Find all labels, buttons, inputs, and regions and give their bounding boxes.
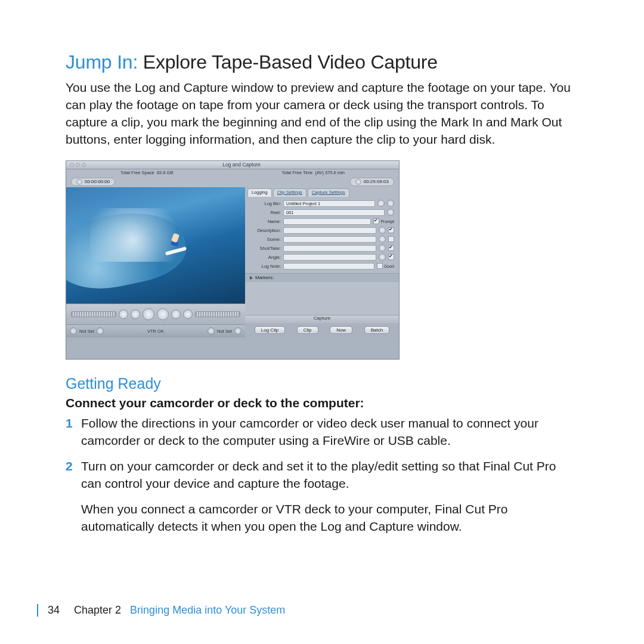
description-checkbox[interactable] (388, 227, 394, 233)
slate-icon[interactable] (379, 227, 386, 234)
slate-icon[interactable] (379, 236, 386, 243)
free-space-label: Total Free Space (120, 170, 154, 175)
tab-clip-settings[interactable]: Clip Settings (273, 188, 306, 197)
log-clip-button[interactable]: Log Clip (255, 326, 285, 334)
mark-in-button[interactable] (97, 327, 104, 335)
panel-empty-space (245, 282, 399, 315)
timecode-in[interactable]: 00:00:00:00 (71, 178, 115, 186)
getting-ready-heading: Getting Ready (66, 375, 578, 392)
info-row: Total Free Space 83.8 GB Total Free Time… (66, 169, 399, 177)
step-item: 1Follow the directions in your camcorder… (66, 415, 578, 450)
vtr-status: VTR OK (147, 329, 164, 334)
after-steps-paragraph: When you connect a camcorder or VTR deck… (66, 501, 578, 535)
mark-row: Not Set VTR OK Not Set (66, 324, 245, 338)
name-label: Name: (250, 219, 281, 224)
angle-checkbox[interactable] (388, 254, 394, 260)
capture-now-button[interactable]: Now (330, 326, 352, 334)
timecode-out[interactable]: 00:29:09:03 (350, 178, 394, 186)
prompt-checkbox[interactable] (373, 218, 379, 224)
step-text: Follow the directions in your camcorder … (81, 416, 538, 447)
intro-paragraph: You use the Log and Capture window to pr… (66, 79, 578, 148)
lognote-label: Log Note: (250, 264, 281, 269)
go-to-out-button[interactable] (234, 327, 242, 335)
heading-rest: Explore Tape-Based Video Capture (138, 51, 438, 73)
shottake-field[interactable] (283, 245, 376, 252)
minimize-icon[interactable] (76, 163, 80, 167)
panel-tabs: Logging Clip Settings Capture Settings (245, 187, 399, 197)
stop-button[interactable] (143, 308, 154, 320)
scene-label: Scene: (250, 237, 281, 242)
free-time-value: (AV) 375.6 min (315, 170, 344, 175)
rewind-button[interactable] (119, 309, 128, 319)
fast-forward-button[interactable] (183, 309, 193, 319)
slate-icon[interactable] (379, 253, 386, 261)
step-text: Turn on your camcorder or deck and set i… (81, 459, 556, 490)
step-number: 2 (66, 458, 73, 475)
angle-field[interactable] (283, 254, 376, 261)
markers-label: Markers: (255, 275, 274, 280)
heading-jump: Jump In: (66, 51, 138, 73)
log-bin-field[interactable]: Untitled Project 1 (283, 200, 375, 207)
zoom-icon[interactable] (82, 163, 86, 167)
video-preview (66, 187, 245, 304)
tab-logging[interactable]: Logging (247, 188, 272, 197)
window-titlebar: Log and Capture (66, 161, 399, 169)
good-checkbox[interactable] (377, 263, 383, 269)
connect-subheading: Connect your camcorder or deck to the co… (66, 396, 578, 410)
slate-icon[interactable] (379, 244, 386, 252)
page-number: 34 (48, 604, 60, 617)
step-back-button[interactable] (131, 309, 140, 319)
window-title: Log and Capture (88, 162, 395, 168)
capture-batch-button[interactable]: Batch (364, 326, 389, 334)
capture-header: Capture (245, 315, 399, 323)
go-to-in-button[interactable] (70, 327, 77, 335)
tc-out-value: 00:29:09:03 (364, 179, 389, 184)
shottake-label: Shot/Take: (250, 246, 281, 251)
logging-form: Log Bin:Untitled Project 1 Reel:001 Name… (245, 197, 399, 273)
angle-label: Angle: (250, 255, 281, 260)
lognote-field[interactable] (283, 263, 374, 270)
shuttle-slider[interactable] (71, 311, 116, 317)
reel-label: Reel: (250, 210, 281, 215)
shottake-checkbox[interactable] (388, 245, 394, 251)
scene-checkbox[interactable] (388, 236, 394, 242)
jog-wheel-icon[interactable] (76, 179, 82, 185)
markers-header[interactable]: Markers: (245, 273, 399, 282)
page-footer: 34 Chapter 2 Bringing Media into Your Sy… (37, 604, 285, 617)
close-icon[interactable] (70, 163, 74, 167)
tab-capture-settings[interactable]: Capture Settings (308, 188, 349, 197)
free-space-value: 83.8 GB (157, 170, 174, 175)
description-field[interactable] (283, 227, 376, 234)
logging-panel: Logging Clip Settings Capture Settings L… (245, 187, 399, 338)
scene-field[interactable] (283, 236, 376, 243)
free-time-label: Total Free Time (282, 170, 313, 175)
name-field[interactable] (283, 218, 371, 225)
mark-out-button[interactable] (208, 327, 215, 335)
jog-slider[interactable] (195, 311, 240, 317)
in-point-value: Not Set (79, 329, 94, 334)
slate-icon[interactable] (387, 209, 394, 216)
step-number: 1 (66, 415, 73, 432)
tc-in-value: 00:00:00:00 (85, 179, 110, 184)
out-point-value: Not Set (217, 329, 232, 334)
jog-wheel-icon[interactable] (355, 179, 361, 185)
disclosure-triangle-icon[interactable] (250, 276, 253, 280)
log-and-capture-window: Log and Capture Total Free Space 83.8 GB… (66, 160, 400, 360)
transport-controls (66, 304, 245, 324)
good-label: Good (384, 264, 394, 268)
chapter-title: Bringing Media into Your System (130, 604, 285, 616)
play-button[interactable] (157, 308, 169, 320)
capture-clip-button[interactable]: Clip (297, 326, 318, 334)
timecode-row: 00:00:00:00 00:29:09:03 (66, 177, 399, 187)
preview-pane: Not Set VTR OK Not Set (66, 187, 245, 338)
reel-field[interactable]: 001 (283, 209, 385, 216)
capture-buttons: Log Clip Clip Now Batch (245, 323, 399, 338)
page-heading: Jump In: Explore Tape-Based Video Captur… (66, 51, 578, 73)
log-bin-label: Log Bin: (250, 201, 281, 206)
description-label: Description: (250, 228, 281, 233)
step-item: 2Turn on your camcorder or deck and set … (66, 458, 578, 493)
chapter-label: Chapter 2 (74, 604, 121, 616)
new-bin-icon[interactable] (387, 200, 394, 207)
up-dir-icon[interactable] (377, 200, 385, 207)
step-forward-button[interactable] (171, 309, 181, 319)
